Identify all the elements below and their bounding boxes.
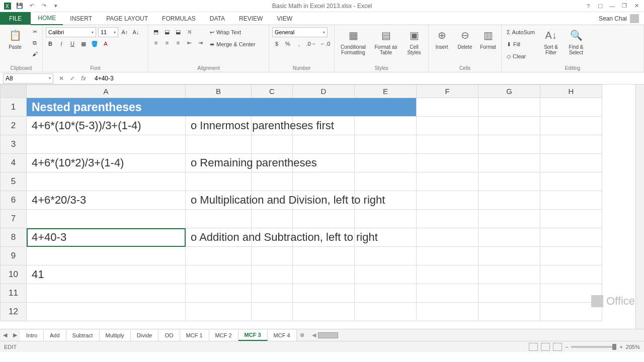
font-size-combo[interactable]: 11▾ <box>98 27 118 37</box>
font-color-icon[interactable]: A <box>101 39 110 48</box>
column-header-A[interactable]: A <box>27 85 186 98</box>
cell-B12[interactable] <box>186 303 252 321</box>
undo-icon[interactable]: ↶ <box>26 1 37 12</box>
cell-G3[interactable] <box>478 135 540 154</box>
maximize-icon[interactable]: ❐ <box>619 1 630 12</box>
name-box[interactable]: A8▾ <box>3 73 53 83</box>
cell-F4[interactable] <box>417 154 478 172</box>
row-header-8[interactable]: 8 <box>1 228 27 247</box>
cell-E5[interactable] <box>355 172 417 191</box>
enter-formula-icon[interactable]: ✓ <box>67 73 77 83</box>
cell-G1[interactable] <box>478 98 540 117</box>
cell-G7[interactable] <box>478 210 540 228</box>
sheet-nav-next-icon[interactable]: ▶ <box>10 330 20 340</box>
number-format-combo[interactable]: General▾ <box>272 27 328 37</box>
cell-C3[interactable] <box>252 135 293 154</box>
cell-A11[interactable] <box>27 284 186 303</box>
cell-B9[interactable] <box>186 247 252 265</box>
cell-G9[interactable] <box>478 247 540 265</box>
cell-H1[interactable] <box>540 98 602 117</box>
row-header-12[interactable]: 12 <box>1 303 27 321</box>
cell-F9[interactable] <box>417 247 478 265</box>
clear-button[interactable]: ◇Clear <box>505 51 537 61</box>
zoom-in-icon[interactable]: + <box>619 344 622 350</box>
formula-input[interactable]: 4+40-3 <box>92 73 644 83</box>
cell-E9[interactable] <box>355 247 417 265</box>
tab-data[interactable]: DATA <box>203 12 232 25</box>
new-sheet-button[interactable]: ⊕ <box>297 332 308 338</box>
cell-H8[interactable] <box>540 228 602 247</box>
cell-E12[interactable] <box>355 303 417 321</box>
percent-icon[interactable]: % <box>283 39 292 48</box>
cell-G2[interactable] <box>478 117 540 135</box>
cell-B4[interactable]: o Remaining parentheses <box>186 154 252 172</box>
tab-formulas[interactable]: FORMULAS <box>155 12 203 25</box>
cell-C12[interactable] <box>252 303 293 321</box>
cell-E3[interactable] <box>355 135 417 154</box>
orientation-icon[interactable]: ⤭ <box>185 27 194 36</box>
increase-decimal-icon[interactable]: .0→ <box>305 39 317 48</box>
column-header-F[interactable]: F <box>417 85 478 98</box>
fill-color-icon[interactable]: 🪣 <box>90 39 99 48</box>
cell-B7[interactable] <box>186 210 252 228</box>
conditional-formatting-button[interactable]: ▦Conditional Formatting <box>338 27 369 55</box>
sheet-tab-mcf-2[interactable]: MCF 2 <box>209 330 238 341</box>
align-middle-icon[interactable]: ⬓ <box>163 27 172 36</box>
row-header-6[interactable]: 6 <box>1 191 27 210</box>
find-select-button[interactable]: 🔍Find & Select <box>565 27 587 55</box>
cell-F7[interactable] <box>417 210 478 228</box>
align-left-icon[interactable]: ≡ <box>151 38 160 47</box>
underline-button[interactable]: U <box>68 39 77 48</box>
currency-icon[interactable]: $ <box>272 39 281 48</box>
cell-A3[interactable] <box>27 135 186 154</box>
format-painter-icon[interactable]: 🖌 <box>30 49 39 58</box>
cell-A6[interactable]: 4+6*20/3-3 <box>27 191 186 210</box>
cell-C9[interactable] <box>252 247 293 265</box>
row-header-3[interactable]: 3 <box>1 135 27 154</box>
cell-G5[interactable] <box>478 172 540 191</box>
cell-C11[interactable] <box>252 284 293 303</box>
cell-H11[interactable] <box>540 284 602 303</box>
cell-D11[interactable] <box>293 284 355 303</box>
cell-H2[interactable] <box>540 117 602 135</box>
cut-icon[interactable]: ✂ <box>30 27 39 36</box>
select-all-corner[interactable] <box>1 85 27 98</box>
cell-B10[interactable] <box>186 265 252 284</box>
italic-button[interactable]: I <box>57 39 66 48</box>
tab-insert[interactable]: INSERT <box>63 12 99 25</box>
cell-styles-button[interactable]: ▣Cell Styles <box>403 27 425 55</box>
row-header-10[interactable]: 10 <box>1 265 27 284</box>
sheet-tab-subtract[interactable]: Subtract <box>66 330 100 341</box>
wrap-text-button[interactable]: ↩Wrap Text <box>208 27 258 37</box>
close-icon[interactable]: ✕ <box>631 1 642 12</box>
cell-A2[interactable]: 4+6*(10*(5-3))/3+(1-4) <box>27 117 186 135</box>
cell-A1[interactable]: Nested parentheses <box>27 98 417 117</box>
cell-D12[interactable] <box>293 303 355 321</box>
cell-F3[interactable] <box>417 135 478 154</box>
help-icon[interactable]: ? <box>583 1 594 12</box>
account-user[interactable]: Sean Chai <box>594 12 644 25</box>
fill-button[interactable]: ⬇Fill <box>505 39 537 49</box>
cell-B2[interactable]: o Innermost parentheses first <box>186 117 252 135</box>
column-header-G[interactable]: G <box>478 85 540 98</box>
column-header-B[interactable]: B <box>186 85 252 98</box>
tab-home[interactable]: HOME <box>31 12 63 25</box>
delete-cells-button[interactable]: ⊖Delete <box>455 27 475 50</box>
cell-E7[interactable] <box>355 210 417 228</box>
format-cells-button[interactable]: ▥Format <box>478 27 498 50</box>
cell-F11[interactable] <box>417 284 478 303</box>
cancel-formula-icon[interactable]: ✕ <box>56 73 66 83</box>
cell-B6[interactable]: o Multiplication and Division, left to r… <box>186 191 252 210</box>
cell-B11[interactable] <box>186 284 252 303</box>
cell-A7[interactable] <box>27 210 186 228</box>
column-header-C[interactable]: C <box>252 85 293 98</box>
sheet-tab-multiply[interactable]: Multiply <box>100 330 131 341</box>
column-header-E[interactable]: E <box>355 85 417 98</box>
cell-E2[interactable] <box>355 117 417 135</box>
horizontal-scrollbar[interactable]: ◀ <box>312 332 640 338</box>
row-header-1[interactable]: 1 <box>1 98 27 117</box>
increase-font-icon[interactable]: A↑ <box>120 28 129 37</box>
tab-view[interactable]: VIEW <box>270 12 299 25</box>
bold-button[interactable]: B <box>46 39 55 48</box>
column-header-H[interactable]: H <box>540 85 602 98</box>
